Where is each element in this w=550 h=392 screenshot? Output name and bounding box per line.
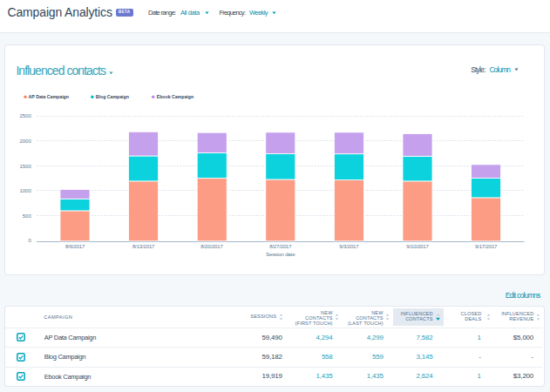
svg-text:2000: 2000 bbox=[19, 139, 31, 144]
svg-text:8/27/2017: 8/27/2017 bbox=[269, 244, 292, 249]
svg-text:8/6/2017: 8/6/2017 bbox=[65, 244, 85, 249]
svg-text:Ebook Campaign: Ebook Campaign bbox=[157, 94, 194, 99]
svg-text:2500: 2500 bbox=[19, 113, 31, 118]
svg-text:500: 500 bbox=[23, 213, 32, 219]
svg-text:8/13/2017: 8/13/2017 bbox=[132, 244, 155, 249]
svg-text:8/20/2017: 8/20/2017 bbox=[200, 244, 223, 249]
svg-text:1000: 1000 bbox=[19, 188, 31, 193]
svg-text:Session date: Session date bbox=[266, 251, 295, 257]
svg-text:9/10/2017: 9/10/2017 bbox=[406, 244, 429, 249]
svg-text:Blog Campaign: Blog Campaign bbox=[96, 94, 129, 99]
svg-text:9/3/2017: 9/3/2017 bbox=[339, 244, 359, 249]
svg-text:0: 0 bbox=[28, 238, 31, 243]
svg-text:AP Data Campaign: AP Data Campaign bbox=[29, 94, 69, 99]
svg-text:9/17/2017: 9/17/2017 bbox=[475, 244, 498, 249]
svg-text:1500: 1500 bbox=[19, 164, 31, 169]
